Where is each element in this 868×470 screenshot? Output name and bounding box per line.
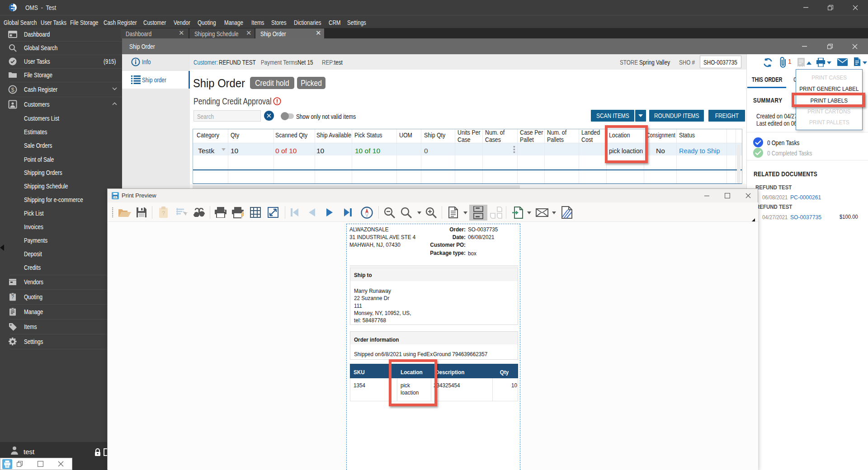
svg-text:$: $	[11, 86, 14, 93]
svg-text:?: ?	[11, 295, 14, 300]
svg-text:?: ?	[162, 210, 165, 216]
